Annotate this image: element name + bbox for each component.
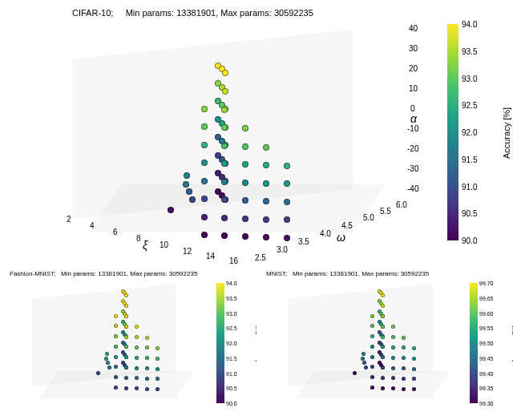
xi-tick: 16 xyxy=(229,256,238,265)
cbar-tick: 93.5 xyxy=(226,295,237,301)
data-point xyxy=(370,324,374,328)
data-point xyxy=(124,325,128,329)
data-point xyxy=(114,334,118,338)
data-point xyxy=(402,336,406,340)
alpha-tick: 10 xyxy=(409,84,418,93)
data-point xyxy=(242,180,248,186)
omega-tick: 5.0 xyxy=(363,213,374,222)
cbar-tick: 91.0 xyxy=(226,370,237,376)
cbar-tick: 93.0 xyxy=(462,74,477,83)
data-point xyxy=(201,214,208,220)
data-point xyxy=(124,335,128,339)
cbar-tick: 99.45 xyxy=(479,355,494,361)
cbar-tick: 99.50 xyxy=(479,341,494,346)
title-params: Min params: 13381901, Max params: 305922… xyxy=(126,8,313,18)
data-point xyxy=(201,160,208,166)
data-point xyxy=(263,144,269,151)
panel-mnist: MNIST; Min params: 13381901, Max params:… xyxy=(256,269,513,419)
data-point xyxy=(114,345,118,349)
cbar-tick: 99.60 xyxy=(479,310,494,316)
cbar-tick: 90.0 xyxy=(226,401,237,406)
data-point xyxy=(381,386,385,390)
cbar-tick: 92.0 xyxy=(226,341,237,346)
colorbar-fmnist: 94.0 93.5 93.0 92.5 92.0 91.5 91.0 90.5 … xyxy=(216,283,248,403)
data-point xyxy=(242,233,248,240)
data-point xyxy=(201,196,208,202)
data-point xyxy=(124,355,128,359)
data-point xyxy=(362,352,366,356)
cbar-tick: 90.0 xyxy=(462,236,477,245)
panel-cifar10: CIFAR-10; Min params: 13381901, Max para… xyxy=(0,0,513,265)
xi-tick: 10 xyxy=(160,240,168,249)
data-point xyxy=(391,356,395,360)
panel-fashion-mnist: Fashion-MNIST; Min params: 13381901, Max… xyxy=(0,269,256,419)
data-point xyxy=(222,88,228,95)
data-point xyxy=(221,232,228,239)
data-point xyxy=(242,143,248,150)
data-point xyxy=(114,375,118,379)
colorbar-cifar10: 94.0 93.5 93.0 92.5 92.0 91.5 91.0 90.5 … xyxy=(447,24,495,240)
xi-tick: 2 xyxy=(67,215,71,224)
data-point xyxy=(361,357,365,361)
data-point xyxy=(370,334,374,338)
data-point xyxy=(183,181,189,188)
data-point xyxy=(284,235,290,241)
data-point xyxy=(201,232,208,238)
title-params: Min params: 13381901, Max params: 305922… xyxy=(61,270,197,277)
data-point xyxy=(114,386,118,390)
cbar-tick: 91.5 xyxy=(226,355,237,361)
data-point xyxy=(284,163,290,169)
data-point xyxy=(391,345,395,349)
title-cifar10: CIFAR-10; Min params: 13381901, Max para… xyxy=(72,8,313,18)
colorbar-mnist: 99.70 99.65 99.60 99.55 99.50 99.45 99.4… xyxy=(470,283,505,403)
omega-tick: 3.0 xyxy=(277,245,288,254)
omega-tick: 6.0 xyxy=(396,200,407,209)
data-point xyxy=(135,356,139,360)
omega-tick: 4.0 xyxy=(320,229,331,238)
data-point xyxy=(124,376,128,380)
xi-tick: 6 xyxy=(113,228,118,236)
data-point xyxy=(370,345,374,349)
data-point xyxy=(168,207,174,213)
title-dataset: CIFAR-10; xyxy=(72,8,113,18)
cbar-tick: 94.0 xyxy=(226,281,237,286)
cbar-tick: 99.65 xyxy=(479,295,494,301)
colorbar-gradient xyxy=(447,24,458,240)
alpha-tick: 40 xyxy=(409,24,418,33)
data-point xyxy=(201,123,208,130)
data-point xyxy=(370,355,374,359)
data-point xyxy=(105,352,109,356)
colorbar-gradient xyxy=(470,283,478,403)
cbar-tick: 99.70 xyxy=(479,281,494,286)
data-point xyxy=(124,386,128,390)
cbar-tick: 93.0 xyxy=(226,310,237,316)
data-point xyxy=(284,199,290,205)
cbar-tick: 99.35 xyxy=(479,386,494,391)
data-point xyxy=(114,324,118,328)
data-point xyxy=(114,355,118,359)
data-point xyxy=(114,314,118,318)
alpha-tick: 30 xyxy=(409,44,418,53)
xi-tick: 8 xyxy=(136,234,141,243)
data-point xyxy=(242,216,248,222)
data-point xyxy=(145,387,149,391)
axes3d-mnist xyxy=(269,281,461,414)
data-point xyxy=(402,387,406,391)
data-point xyxy=(263,234,269,240)
data-point xyxy=(381,376,385,380)
omega-tick: 2.5 xyxy=(255,253,266,262)
title-mnist: MNIST; Min params: 13381901, Max params:… xyxy=(266,270,429,277)
data-point xyxy=(381,335,385,339)
data-point xyxy=(370,375,374,379)
data-point xyxy=(391,366,395,370)
cbar-tick: 99.55 xyxy=(479,325,494,331)
colorbar-gradient xyxy=(216,283,224,403)
data-point xyxy=(124,314,128,318)
data-point xyxy=(145,336,149,340)
cbar-tick: 99.30 xyxy=(479,401,494,406)
alpha-tick: -20 xyxy=(407,144,418,153)
cbar-tick: 94.0 xyxy=(462,20,477,29)
colorbar-label: Accuracy [%] xyxy=(502,107,511,159)
data-point xyxy=(381,314,385,318)
omega-tick: 3.5 xyxy=(298,237,309,246)
